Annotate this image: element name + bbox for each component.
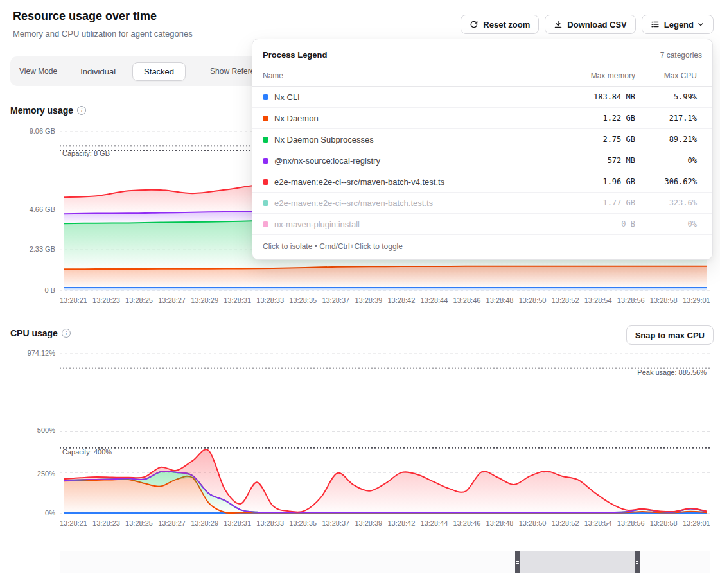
x-tick-label: 13:28:37 xyxy=(322,297,349,304)
memory-y-tick: 4.66 GB xyxy=(4,205,55,213)
info-icon[interactable]: i xyxy=(62,329,71,338)
reset-zoom-button[interactable]: Reset zoom xyxy=(461,15,539,34)
legend-dropdown-button[interactable]: Legend xyxy=(642,15,714,34)
reset-zoom-label: Reset zoom xyxy=(483,20,530,30)
info-icon[interactable]: i xyxy=(77,106,86,115)
x-tick-label: 13:28:25 xyxy=(125,297,153,304)
x-tick-label: 13:28:56 xyxy=(617,519,645,527)
series-color-dot xyxy=(263,221,268,227)
time-range-brush[interactable] xyxy=(60,551,710,573)
series-max-cpu: 89.21% xyxy=(635,135,697,144)
series-name: Nx CLI xyxy=(274,92,539,102)
cpu-section-title: CPU usage i xyxy=(10,328,71,338)
series-max-memory: 183.84 MB xyxy=(539,92,635,101)
x-tick-label: 13:28:33 xyxy=(256,519,284,527)
series-name: @nx/nx-source:local-registry xyxy=(274,156,539,166)
series-name: Nx Daemon Subprocesses xyxy=(274,135,539,144)
x-tick-label: 13:28:50 xyxy=(519,519,547,527)
brush-handle-right[interactable] xyxy=(635,551,640,573)
cpu-chart[interactable] xyxy=(60,350,710,514)
legend-button-label: Legend xyxy=(664,20,694,30)
cpu-y-tick: 250% xyxy=(4,470,55,478)
snap-to-max-cpu-button[interactable]: Snap to max CPU xyxy=(626,325,714,345)
x-tick-label: 13:28:46 xyxy=(453,297,481,304)
cpu-y-tick: 0% xyxy=(4,509,55,517)
cpu-capacity-label: Capacity: 400% xyxy=(62,448,112,456)
x-tick-label: 13:28:48 xyxy=(486,297,514,304)
header-actions: Reset zoom Download CSV Legend xyxy=(461,15,714,34)
page-subtitle: Memory and CPU utilization for agent cat… xyxy=(13,29,193,39)
legend-row[interactable]: Nx Daemon1.22 GB217.1% xyxy=(252,108,712,129)
x-tick-label: 13:28:44 xyxy=(421,519,448,527)
resource-usage-dashboard: Resource usage over time Memory and CPU … xyxy=(0,0,720,588)
legend-table-header: Name Max memory Max CPU xyxy=(252,67,712,87)
x-tick-label: 13:28:50 xyxy=(519,297,547,304)
x-tick-label: 13:28:37 xyxy=(322,519,349,527)
download-csv-label: Download CSV xyxy=(567,20,626,30)
legend-row[interactable]: e2e-maven:e2e-ci--src/maven-batch-v4.tes… xyxy=(252,171,712,193)
view-mode-stacked[interactable]: Stacked xyxy=(132,62,186,81)
legend-row[interactable]: Nx CLI183.84 MB5.99% xyxy=(252,87,712,108)
cpu-title-text: CPU usage xyxy=(10,328,58,338)
series-max-cpu: 323.6% xyxy=(635,198,697,207)
download-icon xyxy=(554,20,563,29)
x-tick-label: 13:28:35 xyxy=(289,297,317,304)
brush-selection[interactable] xyxy=(520,551,635,573)
series-color-dot xyxy=(263,158,268,164)
legend-row[interactable]: Nx Daemon Subprocesses2.75 GB89.21% xyxy=(252,129,712,150)
view-mode-individual[interactable]: Individual xyxy=(80,67,116,76)
series-color-dot xyxy=(263,179,268,185)
series-color-dot xyxy=(263,94,268,100)
memory-capacity-label: Capacity: 8 GB xyxy=(62,150,110,157)
page-title: Resource usage over time xyxy=(13,10,157,23)
x-tick-label: 13:28:52 xyxy=(552,519,579,527)
series-name: Nx Daemon xyxy=(274,114,539,123)
cpu-peak-label: Peak usage: 885.56% xyxy=(637,368,707,376)
x-tick-label: 13:29:01 xyxy=(683,297,710,304)
memory-y-tick: 2.33 GB xyxy=(4,245,55,253)
legend-panel-footer: Click to isolate • Cmd/Ctrl+Click to tog… xyxy=(252,235,712,259)
x-tick-label: 13:28:54 xyxy=(584,519,612,527)
x-tick-label: 13:29:01 xyxy=(683,519,710,527)
series-max-memory: 1.96 GB xyxy=(539,177,635,186)
x-tick-label: 13:28:44 xyxy=(421,297,448,304)
x-tick-label: 13:28:31 xyxy=(224,297,251,304)
series-max-memory: 1.22 GB xyxy=(539,114,635,123)
download-csv-button[interactable]: Download CSV xyxy=(545,15,635,34)
x-tick-label: 13:28:33 xyxy=(256,297,284,304)
cpu-x-axis: 13:28:2113:28:2313:28:2513:28:2713:28:29… xyxy=(60,519,710,527)
memory-title-text: Memory usage xyxy=(10,105,73,116)
x-tick-label: 13:28:58 xyxy=(650,297,678,304)
x-tick-label: 13:28:39 xyxy=(355,297,382,304)
series-max-cpu: 306.62% xyxy=(635,177,697,186)
series-max-cpu: 217.1% xyxy=(635,114,697,123)
brush-handle-left[interactable] xyxy=(515,551,520,573)
chevron-down-icon xyxy=(697,21,705,28)
cpu-y-tick: 974.12% xyxy=(4,349,55,357)
memory-y-tick: 0 B xyxy=(4,286,55,294)
x-tick-label: 13:28:52 xyxy=(552,297,579,304)
view-mode-label: View Mode xyxy=(19,67,57,76)
x-tick-label: 13:28:35 xyxy=(289,519,317,527)
series-max-cpu: 0% xyxy=(635,156,697,165)
x-tick-label: 13:28:56 xyxy=(617,297,645,304)
x-tick-label: 13:28:21 xyxy=(60,519,87,527)
series-color-dot xyxy=(263,137,268,143)
x-tick-label: 13:28:39 xyxy=(355,519,382,527)
cpu-y-tick: 500% xyxy=(4,426,55,434)
x-tick-label: 13:28:21 xyxy=(60,297,87,304)
legend-row[interactable]: @nx/nx-source:local-registry572 MB0% xyxy=(252,150,712,171)
column-name: Name xyxy=(263,71,539,80)
series-max-cpu: 0% xyxy=(635,220,697,229)
legend-row[interactable]: e2e-maven:e2e-ci--src/maven-batch.test.t… xyxy=(252,193,712,214)
legend-row[interactable]: nx-maven-plugin:install0 B0% xyxy=(252,214,712,235)
x-tick-label: 13:28:23 xyxy=(92,297,120,304)
series-name: e2e-maven:e2e-ci--src/maven-batch.test.t… xyxy=(274,198,539,208)
series-max-memory: 0 B xyxy=(539,220,635,229)
series-color-dot xyxy=(263,200,268,206)
refresh-icon xyxy=(470,20,479,29)
legend-panel-title: Process Legend xyxy=(263,50,327,60)
memory-x-axis: 13:28:2113:28:2313:28:2513:28:2713:28:29… xyxy=(60,297,710,304)
x-tick-label: 13:28:42 xyxy=(387,519,415,527)
series-name: e2e-maven:e2e-ci--src/maven-batch-v4.tes… xyxy=(274,177,539,187)
